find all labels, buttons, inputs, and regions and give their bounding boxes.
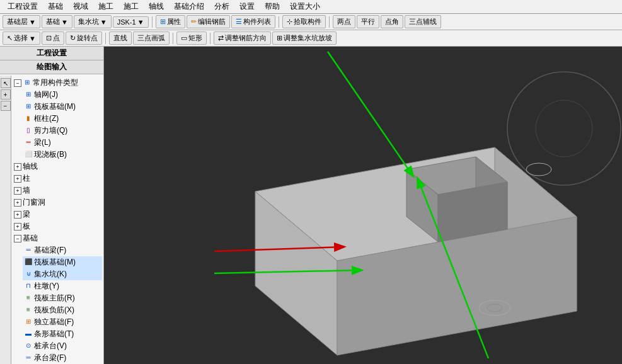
rect-btn[interactable]: ▭ 矩形 [176, 31, 207, 45]
rotate-icon: ↻ [70, 34, 76, 42]
raft-neg-rebar-label: 筏板负筋(X) [34, 305, 74, 316]
found-beam-label: 基础梁(F) [34, 245, 66, 256]
level-label: JSK-1 [117, 18, 136, 26]
tree-col-pier[interactable]: ⊓ 柱墩(Y) [23, 280, 102, 292]
drawing-input-header[interactable]: 绘图输入 [0, 60, 103, 74]
toolbar-row2: ↖ 选择 ▼ ⊡ 点 ↻ 旋转点 直线 三点画弧 ▭ 矩形 ⇄ 调整钢筋方向 ⊞… [0, 30, 622, 47]
line-btn[interactable]: 直线 [109, 31, 132, 45]
tree-axis-net[interactable]: ⊞ 轴网(J) [23, 89, 102, 101]
menu-construction[interactable]: 施工 [93, 0, 118, 13]
sep4 [105, 33, 106, 44]
menu-view[interactable]: 视域 [68, 0, 93, 13]
parallel-btn[interactable]: 平行 [357, 15, 379, 28]
lt-select-btn[interactable]: ↖ [1, 78, 11, 88]
filter-btn[interactable]: 基础 ▼ [42, 15, 72, 28]
menu-intro[interactable]: 基础介绍 [169, 0, 209, 13]
adjust-pit-zoom-label: 调整集水坑放坡 [284, 33, 332, 43]
project-settings-header[interactable]: 工程设置 [0, 47, 103, 60]
tree-axis-group[interactable]: + 轴线 [13, 161, 102, 173]
rect-icon: ▭ [181, 34, 187, 42]
tree-door-window-group[interactable]: + 门窗洞 [13, 196, 102, 208]
expand-axis-icon[interactable]: + [14, 163, 21, 171]
lt-minus-btn[interactable]: − [1, 101, 11, 111]
3d-viewport[interactable] [104, 47, 622, 364]
axis-net-icon: ⊞ [24, 91, 33, 100]
tree-common-types[interactable]: − ⊞ 常用构件类型 [13, 77, 102, 89]
sep1 [152, 16, 153, 28]
tree-frame-col[interactable]: ▮ 框柱(Z) [23, 113, 102, 125]
tree-cast-slab[interactable]: ⬜ 现浇板(B) [23, 149, 102, 161]
tree-cap-beam[interactable]: ═ 承台梁(F) [23, 352, 102, 364]
pit-select-btn[interactable]: 集水坑 ▼ [74, 15, 112, 28]
sep6 [210, 33, 210, 44]
tree-slab-group[interactable]: + 板 [13, 220, 102, 232]
member-list-label: 构件列表 [243, 17, 271, 26]
frame-col-icon: ▮ [24, 115, 33, 123]
level-btn[interactable]: JSK-1 ▼ [113, 16, 149, 28]
member-list-btn[interactable]: ☰ 构件列表 [231, 15, 275, 28]
rotate-btn[interactable]: ↻ 旋转点 [66, 31, 102, 45]
common-types-label: 常用构件类型 [33, 77, 78, 88]
select-btn[interactable]: ↖ 选择 ▼ [3, 31, 40, 45]
prop-label: 属性 [167, 17, 181, 26]
corner-btn[interactable]: 点角 [381, 15, 403, 28]
tree-beam-group[interactable]: + 梁 [13, 208, 102, 220]
tree-independent-found[interactable]: ⊞ 独立基础(F) [23, 316, 102, 328]
adjust-rebar-dir-btn[interactable]: ⇄ 调整钢筋方向 [214, 31, 271, 45]
prop-btn[interactable]: ⊞ 属性 [156, 15, 185, 28]
beam-icon: ═ [24, 139, 33, 147]
pick-btn[interactable]: ⊹ 拾取构件 [282, 15, 326, 28]
adjust-pit-zoom-btn[interactable]: ⊞ 调整集水坑放坡 [272, 31, 337, 45]
edit-rebar-btn[interactable]: ✏ 编辑钢筋 [187, 15, 230, 28]
pile-cap-label: 桩承台(V) [34, 341, 67, 351]
tree-raft-found[interactable]: ⬛ 筏板基础(M) [23, 256, 102, 268]
tree-found-beam[interactable]: ═ 基础梁(F) [23, 244, 102, 256]
raft-icon: ⬛ [24, 258, 33, 267]
layer-select-btn[interactable]: 基础层 ▼ [3, 15, 40, 28]
tree-wall-group[interactable]: + 墙 [13, 185, 102, 196]
menu-analysis[interactable]: 分析 [209, 0, 234, 13]
tree-foundation-group[interactable]: − 基础 [13, 232, 102, 244]
tree-col-group[interactable]: + 柱 [13, 173, 102, 185]
select-label: 选择 [14, 33, 28, 43]
menu-project[interactable]: 工程设置 [3, 0, 43, 13]
tree-raft-neg-rebar[interactable]: ≡ 筏板负筋(X) [23, 304, 102, 316]
rotate-label: 旋转点 [77, 33, 98, 43]
pick-icon: ⊹ [287, 18, 292, 26]
expand-beam-icon[interactable]: + [14, 211, 21, 219]
menu-settings[interactable]: 设置 [234, 0, 260, 13]
3d-scene [104, 47, 622, 364]
tree-shear-wall[interactable]: ▯ 剪力墙(Q) [23, 125, 102, 137]
menu-size[interactable]: 设置大小 [285, 0, 325, 13]
two-point-btn[interactable]: 两点 [333, 15, 355, 28]
tree-pit[interactable]: ⊎ 集水坑(K) [23, 268, 102, 280]
expand-col-icon[interactable]: + [14, 175, 21, 183]
tree-pile-cap[interactable]: ⊙ 桩承台(V) [23, 340, 102, 352]
expand-found-icon[interactable]: − [14, 235, 21, 242]
menu-foundation[interactable]: 基础 [43, 0, 68, 13]
expand-common-icon[interactable]: − [14, 79, 21, 87]
expand-wall-icon[interactable]: + [14, 187, 21, 195]
axis-group-label: 轴线 [23, 161, 38, 172]
expand-slab-icon[interactable]: + [14, 223, 21, 230]
three-point-arc-btn[interactable]: 三点画弧 [133, 31, 170, 45]
tree-raft-main-rebar[interactable]: ≡ 筏板主筋(R) [23, 292, 102, 304]
tree-raft-foundation[interactable]: ⊞ 筏板基础(M) [23, 101, 102, 113]
adjust-rebar-dir-icon: ⇄ [218, 34, 224, 42]
tree-beam[interactable]: ═ 梁(L) [23, 137, 102, 149]
three-point-aux-btn[interactable]: 三点辅线 [405, 15, 441, 28]
sep2 [279, 16, 279, 28]
two-point-label: 两点 [337, 17, 351, 26]
frame-col-label: 框柱(Z) [34, 113, 59, 124]
menu-axis[interactable]: 轴线 [144, 0, 169, 13]
point-btn[interactable]: ⊡ 点 [42, 31, 64, 45]
menu-construction2[interactable]: 施工 [118, 0, 144, 13]
point-icon: ⊡ [46, 34, 52, 42]
expand-door-window-icon[interactable]: + [14, 199, 21, 207]
top-menu-bar: 工程设置 基础 视域 施工 施工 轴线 基础介绍 分析 设置 帮助 设置大小 [0, 0, 622, 14]
menu-help[interactable]: 帮助 [260, 0, 285, 13]
tree-strip-found[interactable]: ▬ 条形基础(T) [23, 328, 102, 340]
lt-add-btn[interactable]: + [1, 89, 11, 100]
raft-main-rebar-label: 筏板主筋(R) [34, 293, 75, 304]
ind-found-icon: ⊞ [24, 318, 33, 327]
